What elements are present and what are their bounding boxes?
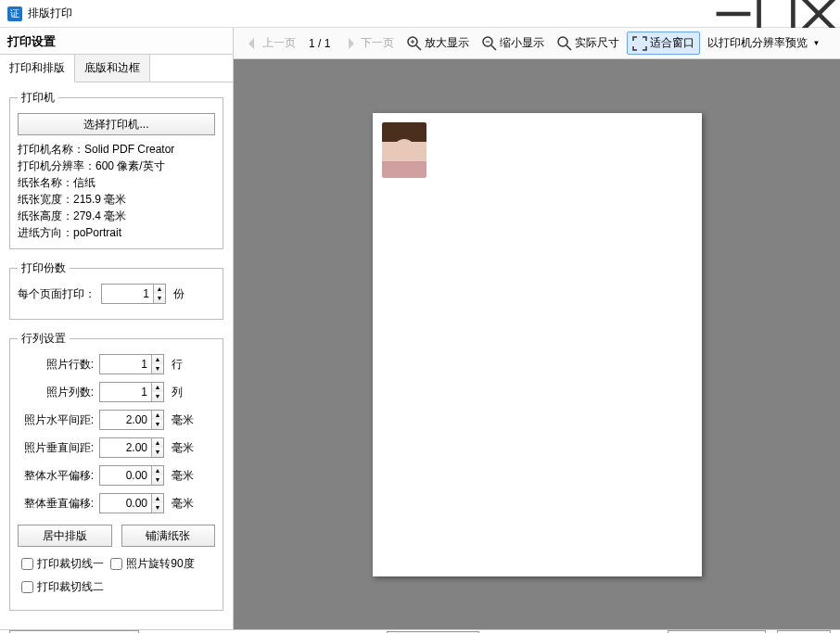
actual-size-icon [557,36,572,51]
zoom-in-button[interactable]: 放大显示 [401,32,475,55]
voff-input[interactable]: ▲▼ [99,493,164,513]
maximize-button[interactable] [755,0,797,28]
preview-toolbar: 上一页 1 / 1 下一页 放大显示 缩小显示 实际尺寸 适合窗口 [234,28,840,59]
copies-group: 打印份数 每个页面打印： ▲▼ 份 [9,260,223,320]
paper-name-value: 信纸 [73,176,95,189]
settings-sidebar: 打印设置 打印和排版 底版和边框 打印机 选择打印机... 打印机名称：Soli… [0,28,234,629]
cutline1-checkbox[interactable]: 打印裁切线一 [21,556,104,572]
orientation-value: poPortrait [73,226,121,239]
fit-window-icon [632,36,647,51]
settings-header: 打印设置 [0,28,233,55]
svg-point-11 [558,37,567,46]
fit-window-button[interactable]: 适合窗口 [627,32,700,55]
actual-size-button[interactable]: 实际尺寸 [552,32,625,55]
arrow-left-icon [245,36,260,51]
paper-width-value: 215.9 毫米 [73,193,126,206]
zoom-out-icon [482,36,497,51]
zoom-in-icon [407,36,422,51]
printer-res-value: 600 像素/英寸 [95,159,165,172]
grid-group: 行列设置 照片行数: ▲▼ 行 照片列数: ▲▼ 列 照片水平间距: ▲▼ 毫米… [9,331,223,611]
page-indicator: 1 / 1 [303,37,336,50]
svg-rect-1 [759,0,794,31]
arrow-right-icon [343,36,358,51]
hgap-input[interactable]: ▲▼ [99,410,164,430]
hoff-input[interactable]: ▲▼ [99,465,164,486]
printer-res-preview-button[interactable]: 以打印机分辨率预览▼ [702,32,825,55]
tab-border[interactable]: 底版和边框 [75,55,150,82]
svg-line-9 [491,45,496,50]
rotate90-checkbox[interactable]: 照片旋转90度 [110,556,194,572]
fill-paper-button[interactable]: 铺满纸张 [121,525,216,547]
cols-input[interactable]: ▲▼ [99,382,164,402]
spinner-down-icon[interactable]: ▼ [154,294,165,303]
vgap-input[interactable]: ▲▼ [99,437,164,458]
svg-line-5 [416,45,421,50]
printer-legend: 打印机 [18,90,58,106]
preview-area[interactable] [234,59,840,629]
app-icon: 证 [7,6,22,21]
minimize-button[interactable] [712,0,755,28]
tab-layout[interactable]: 打印和排版 [0,55,75,82]
titlebar: 证 排版打印 [0,0,840,28]
center-layout-button[interactable]: 居中排版 [18,525,112,547]
prev-page-button[interactable]: 上一页 [239,32,301,55]
photo-thumbnail [382,122,426,178]
dropdown-icon: ▼ [812,39,820,47]
paper-height-value: 279.4 毫米 [73,209,126,222]
cutline2-checkbox[interactable]: 打印裁切线二 [21,579,104,595]
page-preview [373,113,702,576]
footer-bar: 高级打印参数设置... 亮度调节: 正常亮度 打印当前页面 取消 [0,629,840,633]
close-button[interactable] [797,0,840,28]
window-title: 排版打印 [28,6,712,21]
printer-name-value: Solid PDF Creator [84,143,174,156]
spinner-up-icon[interactable]: ▲ [154,285,165,294]
settings-tabs: 打印和排版 底版和边框 [0,55,233,82]
select-printer-button[interactable]: 选择打印机... [18,113,215,135]
svg-line-12 [566,45,571,50]
printer-group: 打印机 选择打印机... 打印机名称：Solid PDF Creator 打印机… [9,90,223,249]
copies-input[interactable]: ▲▼ [101,284,166,304]
zoom-out-button[interactable]: 缩小显示 [477,32,550,55]
rows-input[interactable]: ▲▼ [99,354,164,374]
next-page-button[interactable]: 下一页 [337,32,400,55]
